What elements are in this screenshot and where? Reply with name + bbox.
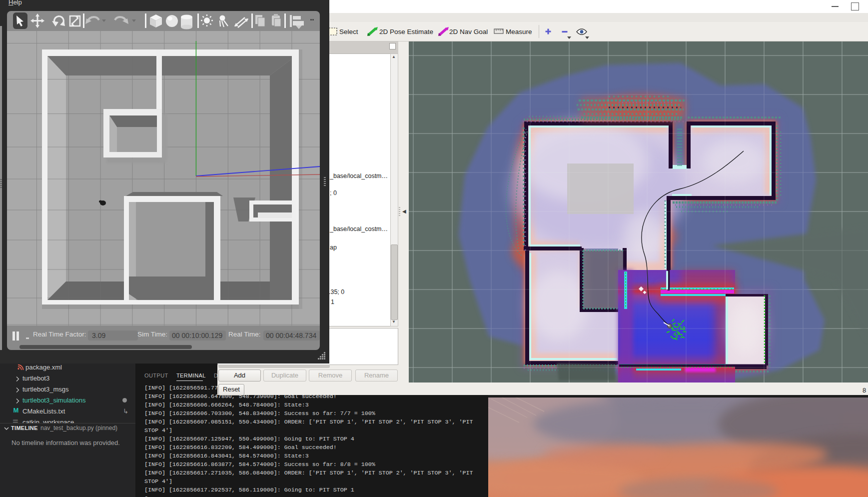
svg-text:2D Nav Goal: 2D Nav Goal	[449, 28, 488, 36]
svg-text:Measure: Measure	[506, 28, 532, 36]
